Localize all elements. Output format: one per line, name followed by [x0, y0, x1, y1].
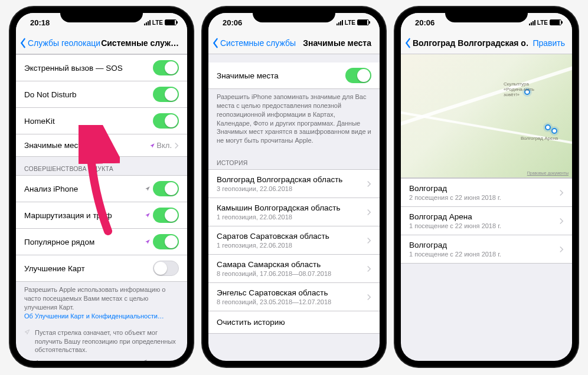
battery-icon: [357, 19, 369, 25]
settings-row[interactable]: Улучшение Карт: [16, 255, 187, 282]
legend-item: Пустая стрелка означает, что объект мог …: [16, 326, 187, 356]
row-subtitle: 3 геопозиции, 22.06.2018: [217, 185, 367, 192]
map-view[interactable]: Скульптура «Родина-мать зовёт!» Волгогра…: [401, 54, 572, 178]
notch: [253, 7, 335, 22]
section-footer: Разрешить iPhone запоминать значимые для…: [208, 89, 380, 151]
chevron-left-icon: [404, 38, 411, 48]
section-header: СОВЕРШЕНСТВОВА ОДУКТА: [16, 157, 187, 175]
clear-history-button[interactable]: Очистить историю: [208, 311, 380, 334]
network-label: LTE: [152, 19, 163, 26]
edit-button[interactable]: Править: [533, 38, 569, 48]
nav-back-button[interactable]: Волгоград Волгоградская о…: [404, 38, 528, 48]
history-header: ИСТОРИЯ: [208, 151, 380, 169]
significant-locations-toggle-row[interactable]: Значимые места: [208, 63, 380, 89]
row-title: Энгельс Саратовская область: [217, 288, 367, 297]
toggle-switch[interactable]: [153, 234, 179, 249]
toggle-switch[interactable]: [153, 208, 179, 223]
row-indicator: [145, 212, 151, 218]
toggle-switch[interactable]: [153, 113, 179, 129]
settings-row[interactable]: Do Not Disturb: [16, 81, 187, 108]
row-value: Вкл.: [149, 141, 172, 150]
row-title: Волгоград Арена: [409, 212, 559, 221]
settings-row[interactable]: Маршрутизация и траф: [16, 202, 187, 229]
history-row[interactable]: Волгоград Волгоградская область3 геопози…: [208, 169, 380, 198]
settings-row[interactable]: Анализ iPhone: [16, 175, 187, 202]
row-subtitle: 1 геопозиция, 22.06.2018: [217, 213, 367, 221]
nav-title: Значимые места: [303, 38, 376, 48]
row-subtitle: 1 посещение с 22 июня 2018 г.: [409, 222, 559, 229]
history-row[interactable]: Энгельс Саратовская область8 геопозиций,…: [208, 283, 380, 311]
chevron-right-icon: [367, 237, 371, 244]
chevron-right-icon: [367, 294, 371, 301]
place-row[interactable]: Волгоград2 посещения с 22 июня 2018 г.: [401, 178, 572, 207]
row-title: Волгоград Волгоградская область: [217, 175, 367, 184]
network-label: LTE: [537, 19, 548, 26]
row-label: Экстренный вызов — SOS: [24, 64, 153, 73]
signal-icon: [337, 20, 343, 25]
nav-back-button[interactable]: Системные службы: [212, 38, 296, 48]
location-arrow-icon: [145, 239, 151, 245]
row-label: Значимые места: [24, 141, 149, 150]
network-label: LTE: [345, 19, 355, 26]
place-row[interactable]: Волгоград1 посещение с 22 июня 2018 г.: [401, 235, 572, 264]
location-detail[interactable]: Скульптура «Родина-мать зовёт!» Волгогра…: [401, 54, 572, 361]
chevron-right-icon: [559, 218, 564, 225]
place-row[interactable]: Волгоград Арена1 посещение с 22 июня 201…: [401, 207, 572, 235]
toggle-switch[interactable]: [153, 261, 179, 276]
row-subtitle: 8 геопозиций, 17.06.2018—08.07.2018: [217, 270, 367, 277]
history-row[interactable]: Саратов Саратовская область1 геопозиция,…: [208, 226, 380, 255]
row-label: Очистить историю: [217, 318, 371, 327]
map-poi-label: Скульптура «Родина-мать зовёт!»: [504, 81, 545, 97]
chevron-left-icon: [19, 38, 27, 48]
settings-row[interactable]: Экстренный вызов — SOS: [16, 54, 187, 81]
toggle-switch[interactable]: [153, 60, 179, 75]
status-time: 20:06: [223, 18, 242, 27]
status-time: 20:18: [30, 18, 50, 27]
settings-list[interactable]: Экстренный вызов — SOSDo Not DisturbHome…: [16, 54, 187, 361]
map-legal-link[interactable]: Правовые документы: [527, 171, 569, 175]
legend-item: Фиолетовая стрелка означает, что объект …: [16, 356, 187, 361]
status-time: 20:06: [415, 18, 435, 27]
row-label: HomeKit: [24, 117, 153, 126]
toggle-switch[interactable]: [153, 181, 179, 196]
settings-row[interactable]: Значимые местаВкл.: [16, 134, 187, 157]
chevron-right-icon: [367, 180, 371, 188]
row-label: Маршрутизация и траф: [24, 211, 145, 220]
row-subtitle: 2 посещения с 22 июня 2018 г.: [409, 194, 559, 201]
section-footer: Разрешить Apple использовать информацию …: [16, 282, 187, 326]
notch: [60, 7, 143, 22]
signal-icon: [144, 20, 151, 25]
notch: [445, 7, 528, 22]
row-subtitle: 1 геопозиция, 22.06.2018: [217, 242, 367, 249]
row-label: Анализ iPhone: [24, 185, 145, 193]
map-pin[interactable]: [545, 124, 551, 130]
footer-text: Разрешить Apple использовать информацию …: [24, 286, 165, 311]
phone-frame-2: 20:06 LTE Системные службы Значимые мест…: [202, 7, 386, 367]
phone-frame-3: 20:06 LTE Волгоград Волгоградская о… Пра…: [395, 7, 578, 367]
location-arrow-icon: [24, 359, 30, 361]
nav-bar: Службы геолокации Системные службы: [16, 32, 187, 54]
history-row[interactable]: Самара Самарская область8 геопозиций, 17…: [208, 255, 380, 283]
row-label: Значимые места: [217, 71, 345, 80]
footer-link[interactable]: Об Улучшении Карт и Конфиденциальности…: [24, 312, 164, 320]
history-row[interactable]: Камышин Волгоградская область1 геопозици…: [208, 198, 380, 226]
location-arrow-icon: [24, 329, 30, 335]
settings-row[interactable]: Популярное рядом: [16, 229, 187, 255]
row-title: Саратов Саратовская область: [217, 232, 367, 241]
chevron-right-icon: [174, 142, 179, 149]
row-label: Do Not Disturb: [24, 90, 153, 99]
nav-bar: Системные службы Значимые места: [208, 32, 380, 54]
toggle-switch[interactable]: [345, 68, 371, 83]
chevron-right-icon: [559, 189, 564, 196]
phone-frame-1: 20:18 LTE Службы геолокации Системные сл…: [10, 7, 193, 367]
nav-back-button[interactable]: Службы геолокации: [19, 38, 101, 48]
settings-list[interactable]: Значимые места Разрешить iPhone запомина…: [208, 54, 380, 361]
map-pin[interactable]: [551, 128, 557, 134]
toggle-switch[interactable]: [153, 87, 179, 102]
legend-text: Пустая стрелка означает, что объект мог …: [35, 328, 179, 354]
location-arrow-icon: [145, 186, 151, 192]
map-poi-label: Волгоград Арена: [521, 136, 558, 141]
battery-icon: [165, 19, 177, 25]
settings-row[interactable]: HomeKit: [16, 108, 187, 134]
chevron-left-icon: [212, 38, 219, 48]
